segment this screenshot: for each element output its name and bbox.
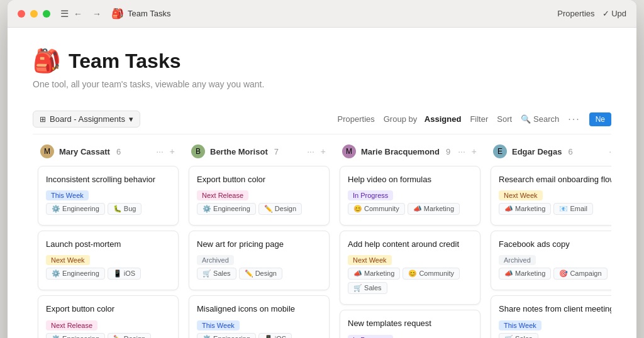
column-more-button[interactable]: ··· <box>457 145 467 158</box>
task-card[interactable]: Inconsistent scrolling behaviorThis Week… <box>38 166 179 226</box>
new-button[interactable]: Ne <box>589 112 611 126</box>
task-card[interactable]: Share notes from client meetingThis Week… <box>491 295 611 338</box>
task-tags: Archived <box>197 255 321 265</box>
column-actions: ···+ <box>306 145 327 158</box>
column-more-button[interactable]: ··· <box>608 145 611 158</box>
app-window: ☰ ← → 🎒 Team Tasks Properties ✓ Upd 🎒 Te… <box>8 0 636 338</box>
dept-tag: ✏️ Design <box>239 268 282 280</box>
column-name: Marie Bracquemond <box>361 147 440 156</box>
page-content: 🎒 Team Tasks One tool, all your team's t… <box>8 28 636 338</box>
minimize-button[interactable] <box>30 10 38 18</box>
board-column-0: MMary Cassatt6···+Inconsistent scrolling… <box>33 144 184 338</box>
titlebar-actions: Properties ✓ Upd <box>557 9 626 18</box>
hamburger-icon[interactable]: ☰ <box>60 8 69 19</box>
titlebar-title: Team Tasks <box>128 9 170 18</box>
search-area[interactable]: 🔍 Search <box>521 114 559 124</box>
task-card[interactable]: Export button colorNext Release⚙️ Engine… <box>38 295 179 338</box>
task-tags: Next Week <box>499 190 611 200</box>
dept-tag: ⚙️ Engineering <box>197 333 256 338</box>
traffic-lights <box>18 10 50 18</box>
column-more-button[interactable]: ··· <box>306 145 316 158</box>
nav-buttons: ← → <box>71 8 104 20</box>
task-card[interactable]: Research email onboarding flowsNext Week… <box>491 166 611 226</box>
task-tags: This Week <box>197 320 321 330</box>
forward-button[interactable]: → <box>90 8 104 20</box>
task-card[interactable]: Add help content around creditNext Week📣… <box>340 231 480 305</box>
status-tag: Next Release <box>197 190 248 200</box>
task-card[interactable]: Launch post-mortemNext Week⚙️ Engineerin… <box>38 231 179 290</box>
dept-tag: 📱 iOS <box>108 268 141 280</box>
dept-tags: 📣 Marketing😊 Community🛒 Sales <box>348 268 472 294</box>
task-title: Add help content around credit <box>348 239 472 250</box>
task-title: Launch post-mortem <box>46 239 170 250</box>
board-column-3: EEdgar Degas6···+Research email onboardi… <box>486 144 611 338</box>
dept-tag: ✏️ Design <box>108 333 151 338</box>
column-more-button[interactable]: ··· <box>155 145 165 158</box>
column-avatar: M <box>40 144 54 158</box>
board-column-2: MMarie Bracquemond9···+Help video on for… <box>335 144 486 338</box>
properties-button[interactable]: Properties <box>338 114 375 124</box>
update-button[interactable]: ✓ Upd <box>602 9 626 18</box>
status-tag: In Progress <box>348 190 393 200</box>
more-options-icon[interactable]: ··· <box>568 114 580 125</box>
column-count: 6 <box>568 147 572 156</box>
group-by-value[interactable]: Assigned <box>425 114 462 124</box>
column-avatar: E <box>493 144 507 158</box>
status-tag: Archived <box>197 255 234 265</box>
column-add-button[interactable]: + <box>470 145 478 158</box>
column-actions: ···+ <box>608 145 611 158</box>
status-tag: In Progress <box>348 335 393 338</box>
dept-tag: ⚙️ Engineering <box>46 268 105 280</box>
task-tags: This Week <box>46 190 170 200</box>
task-title: Inconsistent scrolling behavior <box>46 174 170 185</box>
task-title: Misaligned icons on mobile <box>197 303 321 315</box>
task-tags: In Progress <box>348 190 472 200</box>
column-count: 9 <box>446 147 450 156</box>
share-button[interactable]: Properties <box>557 9 594 18</box>
column-add-button[interactable]: + <box>169 145 176 158</box>
maximize-button[interactable] <box>43 10 50 18</box>
task-title: New art for pricing page <box>197 239 321 250</box>
task-tags: This Week <box>499 320 611 330</box>
task-card[interactable]: Help video on formulasIn Progress😊 Commu… <box>340 166 480 226</box>
board-selector[interactable]: ⊞ Board - Assignments ▾ <box>33 111 140 128</box>
group-by-label: Group by <box>384 114 417 124</box>
dept-tag: ✏️ Design <box>258 203 302 215</box>
board-column-1: BBerthe Morisot7···+Export button colorN… <box>184 144 335 338</box>
column-add-button[interactable]: + <box>319 145 327 158</box>
dept-tag: 📱 iOS <box>258 333 292 338</box>
column-header: MMarie Bracquemond9···+ <box>340 144 480 158</box>
task-card[interactable]: Export button colorNext Release⚙️ Engine… <box>189 166 330 226</box>
column-header: MMary Cassatt6···+ <box>38 144 179 158</box>
dept-tag: 📧 Email <box>553 203 593 215</box>
task-card[interactable]: New art for pricing pageArchived🛒 Sales✏… <box>189 231 330 290</box>
dept-tags: 📣 Marketing🎯 Campaign <box>499 268 611 280</box>
task-card[interactable]: Misaligned icons on mobileThis Week⚙️ En… <box>189 295 330 338</box>
board-icon: ⊞ <box>40 115 46 124</box>
dept-tags: ⚙️ Engineering📱 iOS <box>46 268 170 280</box>
page-title-row: 🎒 Team Tasks <box>33 48 611 74</box>
dept-tags: ⚙️ Engineering🐛 Bug <box>46 203 170 215</box>
back-button[interactable]: ← <box>71 8 85 20</box>
task-card[interactable]: Facebook ads copyArchived📣 Marketing🎯 Ca… <box>491 231 611 290</box>
filter-button[interactable]: Filter <box>470 114 488 124</box>
sort-button[interactable]: Sort <box>497 114 512 124</box>
dept-tags: ⚙️ Engineering✏️ Design <box>46 333 170 338</box>
task-card[interactable]: New templates requestIn Progress📣 Market… <box>340 310 480 338</box>
dept-tag: 😊 Community <box>348 203 405 215</box>
page-emoji: 🎒 <box>33 48 61 74</box>
column-avatar: M <box>342 144 356 158</box>
column-header: BBerthe Morisot7···+ <box>189 144 330 158</box>
status-tag: Next Week <box>46 255 90 265</box>
board-area: MMary Cassatt6···+Inconsistent scrolling… <box>33 134 611 338</box>
column-avatar: B <box>191 144 205 158</box>
chevron-down-icon: ▾ <box>129 114 133 124</box>
column-count: 6 <box>116 147 121 156</box>
status-tag: Next Week <box>348 255 392 265</box>
dept-tag: 🛒 Sales <box>197 268 236 280</box>
page-subtitle: One tool, all your team's tasks, viewabl… <box>33 79 611 89</box>
dept-tag: 📣 Marketing <box>499 268 551 280</box>
close-button[interactable] <box>18 10 25 18</box>
task-title: Facebook ads copy <box>499 239 611 250</box>
page-header: 🎒 Team Tasks One tool, all your team's t… <box>33 48 611 89</box>
